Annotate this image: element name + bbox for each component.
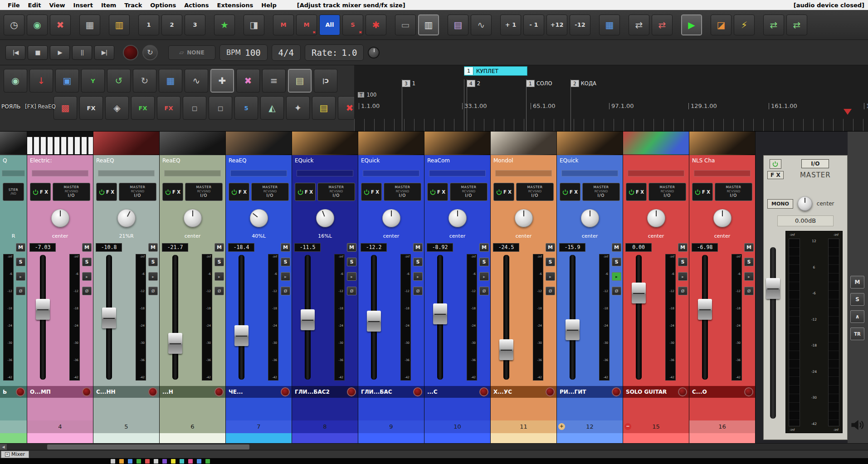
fx-empty-slot[interactable]	[623, 166, 689, 181]
fx-enable-button[interactable]: F X	[560, 183, 580, 201]
track-name[interactable]: РИ...ГИТ	[557, 386, 623, 398]
master-send-button[interactable]: MASTERRCVSNDI/O	[649, 183, 686, 201]
edit-cursor[interactable]	[844, 109, 852, 115]
region-flag[interactable]: 1СОЛО	[526, 79, 552, 88]
midi-5-button[interactable]: 5	[234, 96, 258, 120]
timeline-ruler[interactable]: T 100 1КУПЛЕТ31421СОЛО2КОДА1.1.0033.1.00…	[354, 65, 868, 132]
env-button[interactable]: ▸	[16, 272, 25, 281]
tool-a-button[interactable]: ▫	[183, 96, 206, 120]
docker-button[interactable]: ▣	[55, 69, 79, 93]
piano-roll-button[interactable]: ▩	[54, 96, 77, 120]
master-send-button[interactable]: MASTERRCVSNDI/O	[715, 183, 752, 201]
fx-empty-slot[interactable]	[292, 166, 358, 181]
solo-button[interactable]: S	[546, 258, 555, 266]
phase-button[interactable]: Ø	[148, 287, 158, 295]
fx-slot-name[interactable]: NLS Cha	[689, 155, 755, 166]
pan-knob[interactable]	[184, 209, 202, 227]
fx-empty-slot[interactable]	[689, 166, 755, 181]
go-to-end-button[interactable]: ▶|	[94, 45, 114, 60]
master-solo-button[interactable]: S	[850, 293, 864, 306]
master-send-button[interactable]: MASTERRCVSNDI/O	[516, 183, 554, 201]
fx-slot-name[interactable]: ReaEQ	[226, 155, 292, 166]
volume-fader[interactable]	[636, 255, 642, 380]
master-send-button[interactable]: MASTERRCVSNDI/O	[317, 183, 355, 201]
solo-button[interactable]: S	[744, 258, 754, 266]
record-button[interactable]	[123, 45, 138, 60]
env-button[interactable]: ▸	[413, 272, 423, 281]
fader-handle[interactable]	[433, 303, 447, 324]
track-number[interactable]: 7	[226, 420, 292, 433]
fx-empty-slot[interactable]	[160, 166, 225, 181]
master-mono-button[interactable]: MONO	[767, 199, 793, 209]
solo-button[interactable]: S	[16, 258, 25, 266]
pan-knob[interactable]	[515, 209, 533, 227]
record-arm-button[interactable]	[215, 387, 224, 396]
fx-slot-name[interactable]: EQuick	[292, 155, 358, 166]
track-name[interactable]: ГЛИ...БАС	[358, 386, 424, 398]
bpm-display[interactable]: BPM 100	[219, 44, 268, 61]
notes-button[interactable]: ▤	[312, 96, 336, 120]
mute-button[interactable]: M	[546, 243, 555, 252]
menu-actions[interactable]: Actions	[180, 1, 213, 9]
marker-flag[interactable]: 1КУПЛЕТ	[464, 66, 527, 76]
master-send-button[interactable]: MASTERRCVSNDI/O	[53, 183, 90, 201]
fx-offline-button[interactable]: FX	[157, 96, 180, 120]
tool-b-button[interactable]: ▫	[209, 96, 232, 120]
grid-button[interactable]: ▦	[159, 69, 182, 93]
env-button[interactable]: ▸	[347, 272, 356, 281]
envelope-button[interactable]: ◉	[27, 15, 48, 35]
track-number[interactable]: 5	[93, 420, 159, 433]
taskbar-app-7[interactable]	[162, 459, 167, 464]
volume-readout[interactable]: -12.2	[361, 243, 387, 252]
burst-button[interactable]: ✱	[366, 15, 386, 35]
mute-button[interactable]: M	[678, 243, 688, 252]
waveform-button[interactable]: ∿	[471, 15, 492, 35]
master-io-button[interactable]: I/O	[801, 159, 829, 168]
volume-readout[interactable]: -24.5	[493, 243, 519, 252]
color-manager-button[interactable]: ▥	[109, 15, 130, 35]
phase-button[interactable]: Ø	[612, 287, 621, 295]
mute-button[interactable]: M	[413, 243, 423, 252]
taskbar-app-3[interactable]	[128, 459, 132, 464]
phase-button[interactable]: Ø	[678, 287, 688, 295]
taskbar-app-1[interactable]	[111, 459, 115, 464]
record-arm-button[interactable]	[281, 387, 290, 396]
env-button[interactable]: ▸	[82, 272, 92, 281]
envelope-edit-button[interactable]: ∿	[185, 69, 208, 93]
volume-readout[interactable]: -7.03	[29, 243, 56, 252]
record-arm-button[interactable]	[479, 387, 488, 396]
track-number[interactable]: 8	[292, 420, 358, 433]
routing-a-button[interactable]: ⇄	[629, 15, 649, 35]
env-button[interactable]: ▸	[281, 272, 290, 281]
fader-handle[interactable]	[499, 339, 513, 360]
taskbar-app-4[interactable]	[137, 459, 141, 464]
master-send-button[interactable]: MASTERRCVSNDI/O	[450, 183, 488, 201]
track-number[interactable]: 16	[689, 420, 755, 433]
metronome-button[interactable]: ◷	[4, 15, 24, 35]
env-button[interactable]: ▸	[215, 272, 224, 281]
track-name[interactable]: ...Н	[160, 386, 225, 398]
fader-handle[interactable]	[36, 299, 50, 320]
pan-knob[interactable]	[449, 209, 467, 227]
fx-enable-button[interactable]: F X	[361, 183, 382, 201]
track-name[interactable]: ЧЕ...	[226, 386, 292, 398]
track-number[interactable]	[0, 420, 27, 433]
mute-button[interactable]: M	[612, 243, 621, 252]
mute-button[interactable]: M	[479, 243, 489, 252]
mute-button[interactable]: M	[148, 243, 158, 252]
env-button[interactable]: ▸	[612, 272, 621, 281]
record-arm-button[interactable]	[413, 387, 422, 396]
taskbar-app-6[interactable]	[154, 459, 158, 464]
master-send-button[interactable]: MASTERRCVSNDI/O	[384, 183, 421, 201]
fader-handle[interactable]	[234, 325, 249, 346]
fx-empty-slot[interactable]	[93, 166, 159, 181]
fx-slot-name[interactable]	[623, 155, 689, 166]
monitor-button[interactable]: ◭	[260, 96, 284, 120]
pitch-down-12-button[interactable]: -12	[570, 15, 590, 35]
track-name[interactable]: Х...УС	[491, 386, 556, 398]
env-button[interactable]: ▸	[744, 272, 754, 281]
fx-empty-slot[interactable]	[358, 166, 424, 181]
phase-button[interactable]: Ø	[215, 287, 224, 295]
taskbar-app-10[interactable]	[188, 459, 193, 464]
volume-fader[interactable]	[702, 255, 708, 380]
